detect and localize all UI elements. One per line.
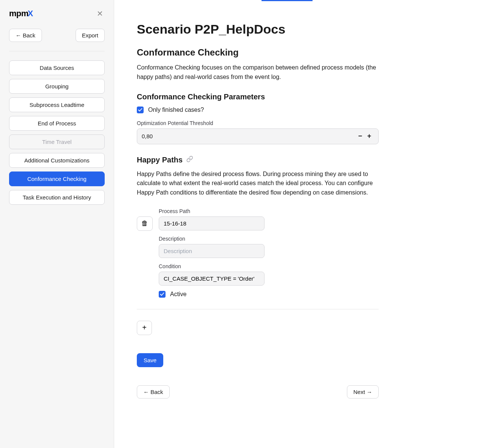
nav-item-task-execution[interactable]: Task Execution and History	[9, 190, 105, 205]
footer-next-button[interactable]: Next →	[347, 385, 379, 399]
active-label: Active	[170, 291, 187, 298]
active-checkbox[interactable]	[159, 291, 166, 298]
threshold-minus-button[interactable]: −	[356, 132, 365, 141]
close-icon[interactable]: ✕	[95, 8, 105, 20]
happy-paths-title-text: Happy Paths	[137, 156, 183, 164]
condition-input[interactable]	[159, 272, 265, 286]
condition-label: Condition	[159, 263, 379, 269]
progress-indicator	[262, 0, 313, 1]
threshold-label: Optimization Potential Threshold	[137, 120, 463, 126]
logo-x-icon: X	[28, 9, 33, 19]
link-icon[interactable]	[186, 156, 193, 164]
description-input[interactable]	[159, 244, 265, 258]
section-desc-conformance: Conformance Checking focuses on the comp…	[137, 63, 379, 82]
process-path-field: Process Path	[159, 208, 379, 230]
trash-icon: 🗑	[141, 219, 148, 227]
nav-item-end-of-process[interactable]: End of Process	[9, 116, 105, 131]
params-title: Conformance Checking Parameters	[137, 93, 463, 101]
export-button[interactable]: Export	[76, 29, 105, 42]
logo: mpmX	[9, 9, 33, 19]
back-button[interactable]: ← Back	[9, 29, 42, 42]
path-fields: Process Path Description Condition Activ…	[159, 208, 379, 298]
add-path-button[interactable]: +	[137, 321, 152, 335]
description-field: Description	[159, 236, 379, 258]
divider	[9, 51, 105, 51]
nav-item-time-travel: Time Travel	[9, 134, 105, 149]
sidebar-top-buttons: ← Back Export	[9, 29, 105, 42]
threshold-value[interactable]: 0,80	[142, 133, 356, 139]
only-finished-checkbox[interactable]	[137, 107, 144, 113]
main-content: Scenario P2P_HelpDocs Conformance Checki…	[114, 0, 486, 448]
nav-item-subprocess-leadtime[interactable]: Subprocess Leadtime	[9, 97, 105, 112]
check-icon	[138, 108, 142, 112]
description-label: Description	[159, 236, 379, 242]
happy-paths-title: Happy Paths	[137, 156, 463, 164]
threshold-plus-button[interactable]: +	[365, 132, 374, 141]
delete-path-button[interactable]: 🗑	[137, 216, 153, 231]
process-path-label: Process Path	[159, 208, 379, 214]
plus-icon: +	[142, 323, 147, 332]
footer-back-button[interactable]: ← Back	[137, 385, 170, 399]
section-title-conformance: Conformance Checking	[137, 47, 463, 58]
nav-item-data-sources[interactable]: Data Sources	[9, 60, 105, 75]
sidebar-header: mpmX ✕	[9, 8, 105, 20]
sidebar: mpmX ✕ ← Back Export Data Sources Groupi…	[0, 0, 114, 448]
save-button[interactable]: Save	[137, 353, 163, 367]
happy-path-row: 🗑 Process Path Description Condition Act…	[137, 208, 379, 309]
nav-item-additional-customizations[interactable]: Additional Customizations	[9, 153, 105, 168]
logo-text: mpm	[9, 9, 28, 19]
only-finished-row: Only finished cases?	[137, 107, 463, 113]
active-row: Active	[159, 291, 379, 298]
footer-nav: ← Back Next →	[137, 385, 379, 399]
condition-field: Condition	[159, 263, 379, 286]
nav-item-conformance-checking[interactable]: Conformance Checking	[9, 171, 105, 186]
nav-item-grouping[interactable]: Grouping	[9, 79, 105, 94]
check-icon	[160, 292, 164, 297]
page-title: Scenario P2P_HelpDocs	[137, 22, 463, 37]
only-finished-label: Only finished cases?	[148, 107, 204, 113]
process-path-input[interactable]	[159, 216, 265, 230]
nav-list: Data Sources Grouping Subprocess Leadtim…	[9, 60, 105, 205]
happy-paths-desc: Happy Paths define the desired process f…	[137, 170, 379, 198]
threshold-stepper: 0,80 − +	[137, 128, 379, 144]
